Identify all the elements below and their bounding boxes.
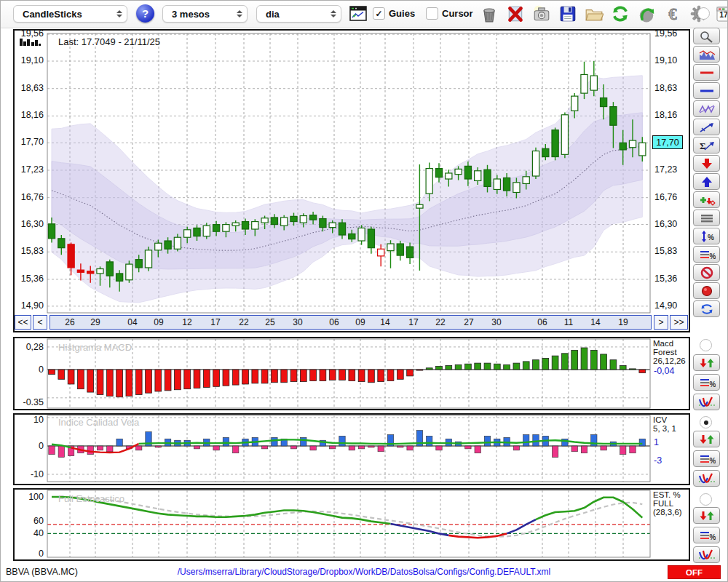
checkbox-checked-icon (373, 7, 385, 20)
trend-arrow-icon (698, 121, 716, 134)
add-signal-icon (698, 194, 716, 207)
macd-panel-radio[interactable] (700, 339, 712, 351)
period-select[interactable]: 3 mesos (162, 5, 248, 23)
guies-checkbox[interactable]: Guies (373, 7, 415, 20)
curves-icon (698, 549, 716, 562)
macd-title: Histgrama MACD (58, 342, 132, 353)
icv-value-neg: -3 (654, 455, 662, 466)
off-button[interactable]: OFF (668, 565, 721, 579)
blue-line-icon-button[interactable] (693, 82, 720, 99)
lines-percent-icon: % (698, 248, 716, 261)
calendar-icon[interactable]: 17 (715, 4, 728, 24)
help-button[interactable]: ? (136, 4, 154, 23)
red-down-arrow-icon-button[interactable] (693, 155, 720, 172)
lines-percent-icon-button[interactable]: % (693, 374, 720, 391)
lines-percent-icon-button[interactable]: % (693, 450, 720, 467)
record-icon (698, 284, 716, 298)
main-y-tick-left: 15,83 (15, 246, 44, 256)
rows-icon-button[interactable] (693, 210, 720, 226)
down-up-arrows-icon-button[interactable] (693, 507, 720, 524)
date-label: 12 (178, 317, 197, 327)
period-value: 3 mesos (172, 9, 232, 20)
main-y-tick-right: 18,16 (654, 110, 687, 120)
main-y-tick-left: 16,30 (15, 219, 44, 229)
guies-label: Guies (389, 8, 415, 19)
down-up-arrows-icon (698, 509, 716, 522)
curves-icon-button[interactable] (693, 470, 720, 487)
sync-icon (698, 303, 716, 316)
toolbar-radio[interactable] (697, 7, 710, 20)
trash-icon[interactable] (479, 4, 499, 24)
svg-text:%: % (708, 234, 714, 242)
open-folder-icon[interactable] (584, 4, 604, 24)
chevron-updown-icon (116, 10, 122, 17)
main-y-tick-left: 17,23 (15, 164, 44, 175)
down-up-arrows-icon-button[interactable] (693, 354, 720, 371)
date-label: 04 (123, 317, 142, 327)
lines-percent-icon-button[interactable]: % (693, 246, 720, 263)
icv-panel-radio[interactable] (700, 416, 712, 428)
sync-icon-button[interactable] (693, 300, 720, 317)
lines-percent-icon-button[interactable]: % (693, 527, 720, 543)
delete-x-icon[interactable] (505, 4, 526, 24)
euro-icon[interactable]: € (662, 4, 683, 24)
forbidden-icon (698, 266, 716, 279)
rows-icon (698, 212, 716, 225)
down-up-arrows-icon-button[interactable] (693, 431, 720, 447)
date-label: 26 (60, 317, 79, 327)
blue-up-arrow-icon-button[interactable] (693, 173, 720, 190)
svg-text:%: % (709, 380, 716, 388)
stoch-title: Full Estocastico (58, 493, 124, 504)
checkbox-unchecked-icon (426, 7, 438, 20)
magnifier-icon-button[interactable] (693, 28, 720, 44)
stoch-y-100: 100 (15, 492, 44, 502)
date-label: 25 (261, 317, 280, 327)
date-label: 17 (206, 317, 225, 327)
scroll-last-button[interactable]: >> (670, 315, 688, 330)
macd-current-value: -0,04 (654, 366, 675, 376)
sigma-trend-icon-button[interactable]: Σ (693, 137, 720, 154)
date-label: 30 (288, 317, 307, 327)
config-path[interactable]: /Users/mserra/Library/CloudStorage/Dropb… (0, 567, 728, 577)
scroll-first-button[interactable]: << (15, 315, 31, 330)
date-label: 30 (487, 317, 506, 327)
stoch-y-40: 40 (15, 528, 44, 538)
lines-percent-icon: % (698, 376, 716, 389)
curves-icon-button[interactable] (693, 394, 720, 410)
undo-icon[interactable] (636, 4, 657, 24)
macd-y-zero: 0 (15, 364, 44, 375)
trend-arrow-icon-button[interactable] (693, 119, 720, 135)
record-icon-button[interactable] (693, 282, 720, 299)
date-label: 14 (586, 317, 605, 327)
add-signal-icon-button[interactable] (693, 191, 720, 208)
refresh-icon[interactable] (610, 4, 630, 24)
main-y-tick-left: 16,76 (15, 192, 44, 202)
main-y-tick-left: 14,90 (15, 300, 44, 311)
cursor-checkbox[interactable]: Cursor (426, 7, 473, 20)
chart-window-icon[interactable] (348, 4, 368, 24)
cursor-label: Cursor (442, 8, 473, 19)
stoch-y-0: 0 (15, 549, 44, 559)
scroll-next-button[interactable]: > (654, 315, 668, 330)
scroll-prev-button[interactable]: < (33, 315, 47, 330)
vertical-percent-icon-button[interactable]: % (693, 228, 720, 244)
stoch-panel-radio[interactable] (700, 493, 712, 506)
macd-y-bottom: -0.35 (15, 397, 44, 407)
magnifier-icon (698, 30, 716, 43)
zigzag-icon-button[interactable] (693, 100, 720, 117)
indicator-chart-icon-button[interactable] (693, 46, 720, 63)
chart-type-select[interactable]: CandleSticks (13, 5, 127, 23)
macd-indicator-label: Macd Forest 26,12,26 (653, 339, 686, 365)
save-floppy-icon[interactable] (558, 4, 578, 24)
main-y-tick-right: 15,36 (654, 274, 687, 284)
timeframe-select[interactable]: dia (256, 5, 341, 23)
camera-icon[interactable] (531, 4, 552, 24)
candlestick-chart[interactable] (13, 29, 690, 331)
forbidden-icon-button[interactable] (693, 264, 720, 281)
lines-percent-icon: % (698, 529, 716, 542)
red-line-icon-button[interactable] (693, 64, 720, 81)
sigma-trend-icon: Σ (698, 139, 716, 152)
main-y-tick-left: 19,10 (15, 55, 44, 65)
curves-icon-button[interactable] (693, 546, 720, 563)
chevron-updown-icon (237, 10, 242, 17)
